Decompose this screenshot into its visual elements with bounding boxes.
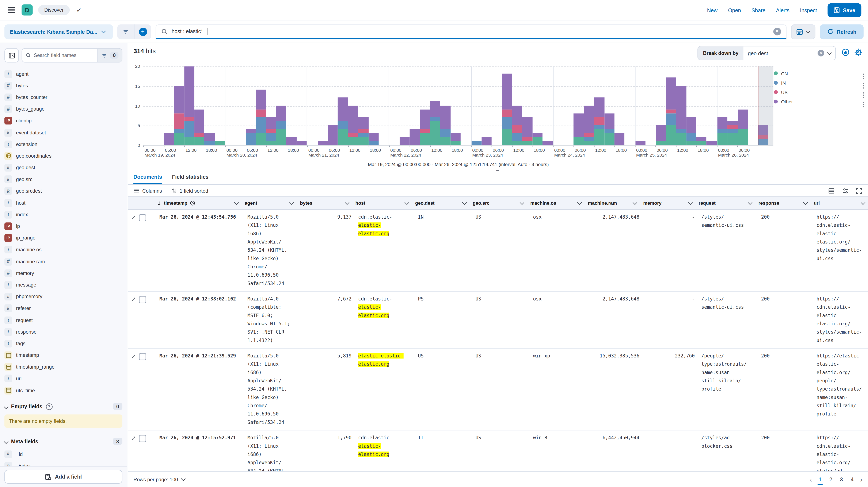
cell-url[interactable]: https:// cdn.elastic- elastic- elastic.o… [813, 292, 868, 348]
meta-fields-section[interactable]: Meta fields 3 [0, 431, 127, 446]
chevron-down-icon[interactable] [520, 200, 524, 204]
bar-segment-us[interactable] [584, 133, 594, 137]
row-checkbox[interactable] [139, 296, 146, 303]
bar-segment-other[interactable] [440, 105, 451, 129]
bar-segment-us[interactable] [727, 125, 738, 129]
bar-segment-in[interactable] [512, 133, 522, 141]
cell-machine-ram[interactable]: 15,032,385,536 [587, 349, 643, 430]
header-url[interactable]: url [810, 197, 868, 209]
bar-segment-other[interactable] [604, 113, 615, 129]
field-item[interactable]: # bytes_counter [4, 92, 122, 103]
cell-timestamp[interactable]: Mar 26, 2024 @ 12:15:52.971 [156, 430, 244, 472]
clear-query-icon[interactable]: ✕ [773, 27, 781, 35]
header-timestamp[interactable]: timestamp [153, 197, 241, 209]
sort-fields-button[interactable]: 1 field sorted [171, 188, 208, 194]
bar-segment-other[interactable] [707, 141, 717, 145]
bar-segment-us[interactable] [184, 118, 194, 122]
field-item[interactable]: t host [4, 197, 122, 209]
field-item[interactable]: # bytes [4, 80, 122, 92]
cell-host[interactable]: cdn.elastic- elastic- elastic.org [355, 430, 414, 472]
field-item[interactable]: IP ip_range [4, 232, 122, 244]
bar-segment-cn[interactable] [686, 141, 696, 145]
chevron-down-icon[interactable] [861, 200, 865, 204]
nav-share[interactable]: Share [751, 7, 766, 13]
bar-segment-other[interactable] [686, 117, 696, 133]
legend-menu-icon[interactable] [863, 100, 864, 109]
empty-fields-section[interactable]: Empty fields ? 0 [0, 396, 127, 411]
breakdown-select[interactable]: geo.dest ✕ [743, 46, 835, 60]
legend-item-other[interactable]: Other [774, 97, 793, 106]
gear-icon[interactable] [854, 48, 862, 56]
bar-segment-in[interactable] [686, 133, 696, 141]
bar-segment-cn[interactable] [338, 129, 348, 145]
legend-item-cn[interactable]: CN [774, 69, 793, 78]
bar-segment-cn[interactable] [532, 137, 542, 145]
field-item[interactable]: t message [4, 279, 122, 291]
cell-agent[interactable]: Mozilla/4.0 (compatible; MSIE 6.0; Windo… [244, 292, 299, 348]
field-item[interactable]: k geo.dest [4, 162, 122, 174]
cell-host[interactable]: cdn.elastic- elastic- elastic.org [355, 292, 414, 348]
bar-segment-other[interactable] [297, 141, 307, 145]
bar-segment-us[interactable] [502, 109, 512, 117]
bar-segment-cn[interactable] [348, 137, 358, 145]
rows-per-page[interactable]: Rows per page: 100 [133, 477, 185, 482]
cell-geo-dest[interactable]: IT [414, 430, 472, 472]
cell-geo-dest[interactable]: US [414, 349, 472, 430]
breadcrumb[interactable]: Discover [38, 5, 70, 15]
chevron-down-icon[interactable] [289, 200, 294, 204]
cell-response[interactable]: 200 [758, 430, 813, 472]
bar-segment-cn[interactable] [584, 141, 594, 145]
header-response[interactable]: response [755, 197, 810, 209]
query-input[interactable]: host : elastic* ✕ [156, 24, 786, 39]
bar-segment-cn[interactable] [656, 141, 666, 145]
chevron-down-icon[interactable] [234, 200, 239, 204]
cell-geo-src[interactable]: US [472, 292, 530, 348]
bar-segment-cn[interactable] [215, 141, 225, 145]
cell-machine-os[interactable]: win 8 [530, 430, 587, 472]
header-machine-ram[interactable]: machine.ram [585, 197, 640, 209]
field-item[interactable]: k event.dataset [4, 127, 122, 138]
chevron-down-icon[interactable] [577, 200, 582, 204]
bar-segment-us[interactable] [666, 109, 676, 113]
cell-memory[interactable]: - [643, 292, 698, 348]
columns-button[interactable]: Columns [133, 188, 162, 194]
bar-segment-other[interactable] [184, 66, 194, 118]
cell-bytes[interactable]: 5,819 [300, 349, 355, 430]
cell-request[interactable]: /people/ type:astronauts/ name:susan- st… [698, 349, 758, 430]
fullscreen-icon[interactable] [856, 187, 862, 194]
legend-menu-icon[interactable] [863, 71, 864, 81]
bar-segment-cn[interactable] [604, 133, 615, 145]
bar-segment-other[interactable] [738, 109, 748, 129]
cell-url[interactable]: https:// cdn.elastic- elastic- elastic.o… [813, 430, 868, 472]
bar-segment-cn[interactable] [727, 133, 738, 145]
bar-segment-in[interactable] [502, 117, 512, 129]
expand-row-icon[interactable] [131, 354, 136, 359]
header-machine-os[interactable]: machine.os [527, 197, 585, 209]
field-item[interactable]: # machine.ram [4, 256, 122, 267]
bar-segment-in[interactable] [368, 141, 378, 145]
cell-machine-ram[interactable]: 2,147,483,648 [587, 292, 643, 348]
bar-segment-us[interactable] [174, 113, 184, 129]
edit-visualization-icon[interactable] [841, 48, 849, 56]
cell-timestamp[interactable]: Mar 26, 2024 @ 12:43:54.756 [156, 210, 244, 291]
field-item[interactable]: t index [4, 209, 122, 221]
cell-timestamp[interactable]: Mar 26, 2024 @ 12:21:39.529 [156, 349, 244, 430]
cell-response[interactable]: 200 [758, 349, 813, 430]
cell-host[interactable]: elastic-elastic- elastic.org [355, 349, 414, 430]
cell-machine-ram[interactable]: 6,442,450,944 [587, 430, 643, 472]
legend-item-in[interactable]: IN [774, 78, 793, 88]
expand-row-icon[interactable] [131, 297, 136, 302]
bar-segment-in[interactable] [266, 133, 276, 141]
bar-segment-other[interactable] [717, 117, 727, 129]
bar-segment-in[interactable] [666, 113, 676, 125]
bar-segment-other[interactable] [368, 133, 378, 141]
cell-agent[interactable]: Mozilla/5.0 (X11; Linux i686) AppleWebKi… [244, 349, 299, 430]
bar-segment-cn[interactable] [256, 133, 266, 145]
bar-segment-other[interactable] [636, 141, 646, 145]
field-item[interactable]: geo.coordinates [4, 150, 122, 162]
bar-segment-other[interactable] [584, 105, 594, 133]
nav-open[interactable]: Open [728, 7, 741, 13]
chevron-down-icon[interactable] [748, 200, 752, 204]
bar-segment-cn[interactable] [440, 137, 451, 145]
add-filter-button[interactable]: + [134, 24, 151, 39]
